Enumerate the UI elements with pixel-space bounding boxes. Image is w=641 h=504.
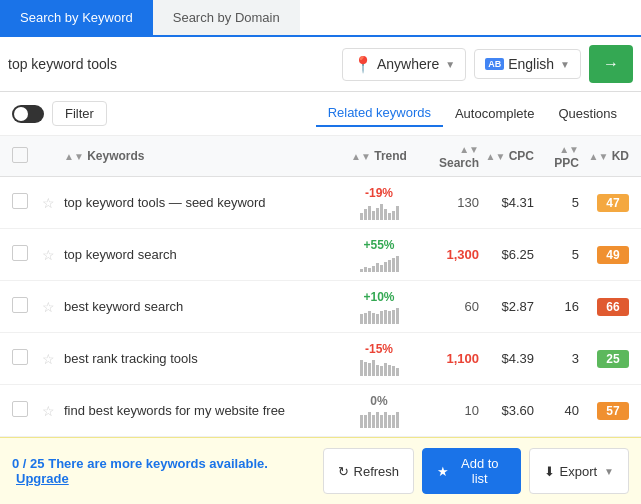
- trend-bars: [339, 254, 419, 272]
- sort-trend-icon[interactable]: ▲▼: [351, 151, 371, 162]
- trend-value: -19%: [339, 186, 419, 200]
- language-label: English: [508, 56, 554, 72]
- ppc-value: 5: [572, 247, 579, 262]
- ppc-value: 3: [572, 351, 579, 366]
- row-star-icon[interactable]: ☆: [42, 403, 55, 419]
- table-row: ☆ find best keywords for my website free…: [0, 385, 641, 437]
- keyword-text: best rank tracking tools: [64, 351, 339, 366]
- row-checkbox[interactable]: [12, 349, 28, 365]
- export-icon: ⬇: [544, 464, 555, 479]
- trend-value: +55%: [339, 238, 419, 252]
- ab-icon: AB: [485, 58, 504, 70]
- row-checkbox[interactable]: [12, 297, 28, 313]
- sort-cpc-icon[interactable]: ▲▼: [486, 151, 506, 162]
- location-chevron-icon: ▼: [445, 59, 455, 70]
- upgrade-link[interactable]: Upgrade: [16, 471, 69, 486]
- col-keywords-label: ▲▼ Keywords: [64, 149, 145, 163]
- tab-keyword[interactable]: Search by Keyword: [0, 0, 153, 35]
- cpc-value: $2.87: [501, 299, 534, 314]
- row-star-icon[interactable]: ☆: [42, 351, 55, 367]
- keyword-text: best keyword search: [64, 299, 339, 314]
- filter-button[interactable]: Filter: [52, 101, 107, 126]
- search-value: 130: [457, 195, 479, 210]
- trend-value: +10%: [339, 290, 419, 304]
- refresh-icon: ↻: [338, 464, 349, 479]
- trend-bars: [339, 410, 419, 428]
- search-value: 60: [465, 299, 479, 314]
- filter-bar: Filter Related keywords Autocomplete Que…: [0, 92, 641, 136]
- count-total: 25: [30, 456, 44, 471]
- tab-domain[interactable]: Search by Domain: [153, 0, 300, 35]
- ppc-value: 16: [565, 299, 579, 314]
- trend-value: 0%: [339, 394, 419, 408]
- footer-info: 0 / 25 There are more keywords available…: [12, 456, 323, 486]
- ppc-value: 5: [572, 195, 579, 210]
- sort-ppc-icon[interactable]: ▲▼: [559, 144, 579, 155]
- language-selector[interactable]: AB English ▼: [474, 49, 581, 79]
- search-go-button[interactable]: →: [589, 45, 633, 83]
- star-add-icon: ★: [437, 464, 449, 479]
- language-chevron-icon: ▼: [560, 59, 570, 70]
- location-icon: 📍: [353, 55, 373, 74]
- row-star-icon[interactable]: ☆: [42, 247, 55, 263]
- table-row: ☆ top keyword search +55% 1,300 $6.25 5 …: [0, 229, 641, 281]
- keyword-tabs: Related keywords Autocomplete Questions: [316, 100, 629, 127]
- footer-info-text: There are more keywords available.: [48, 456, 268, 471]
- keyword-text: top keyword search: [64, 247, 339, 262]
- trend-bars: [339, 306, 419, 324]
- filter-toggle[interactable]: [12, 105, 44, 123]
- trend-value: -15%: [339, 342, 419, 356]
- table-body: ☆ top keyword tools — seed keyword -19% …: [0, 177, 641, 437]
- add-to-list-button[interactable]: ★ Add to list: [422, 448, 520, 494]
- header-checkbox[interactable]: [12, 147, 28, 163]
- table-row: ☆ best keyword search +10% 60 $2.87 16 6…: [0, 281, 641, 333]
- footer: 0 / 25 There are more keywords available…: [0, 437, 641, 504]
- tab-questions[interactable]: Questions: [546, 101, 629, 126]
- kd-badge: 57: [597, 402, 629, 420]
- kd-badge: 66: [597, 298, 629, 316]
- sort-search-icon[interactable]: ▲▼: [459, 144, 479, 155]
- location-selector[interactable]: 📍 Anywhere ▼: [342, 48, 466, 81]
- row-checkbox[interactable]: [12, 245, 28, 261]
- trend-bars: [339, 202, 419, 220]
- search-value: 10: [465, 403, 479, 418]
- app-container: Search by Keyword Search by Domain 📍 Any…: [0, 0, 641, 504]
- row-star-icon[interactable]: ☆: [42, 195, 55, 211]
- search-value: 1,300: [446, 247, 479, 262]
- tab-autocomplete[interactable]: Autocomplete: [443, 101, 547, 126]
- kd-badge: 47: [597, 194, 629, 212]
- export-button[interactable]: ⬇ Export ▼: [529, 448, 629, 494]
- ppc-value: 40: [565, 403, 579, 418]
- keyword-text: top keyword tools — seed keyword: [64, 195, 339, 210]
- cpc-value: $6.25: [501, 247, 534, 262]
- keyword-text: find best keywords for my website free: [64, 403, 339, 418]
- location-label: Anywhere: [377, 56, 439, 72]
- tab-bar: Search by Keyword Search by Domain: [0, 0, 641, 37]
- sort-kd-icon[interactable]: ▲▼: [589, 151, 609, 162]
- count-current: 0: [12, 456, 19, 471]
- row-star-icon[interactable]: ☆: [42, 299, 55, 315]
- cpc-value: $4.39: [501, 351, 534, 366]
- footer-actions: ↻ Refresh ★ Add to list ⬇ Export ▼: [323, 448, 629, 494]
- count-separator: /: [23, 456, 30, 471]
- refresh-button[interactable]: ↻ Refresh: [323, 448, 415, 494]
- cpc-value: $4.31: [501, 195, 534, 210]
- cpc-value: $3.60: [501, 403, 534, 418]
- kd-badge: 49: [597, 246, 629, 264]
- kd-badge: 25: [597, 350, 629, 368]
- table-row: ☆ best rank tracking tools -15% 1,100 $4…: [0, 333, 641, 385]
- export-chevron-icon: ▼: [604, 466, 614, 477]
- table-header: ▲▼ Keywords ▲▼ Trend ▲▼ Search ▲▼ CPC ▲▼…: [0, 136, 641, 177]
- search-bar: 📍 Anywhere ▼ AB English ▼ →: [0, 37, 641, 92]
- sort-keywords-icon[interactable]: ▲▼: [64, 151, 84, 162]
- search-value: 1,100: [446, 351, 479, 366]
- table-row: ☆ top keyword tools — seed keyword -19% …: [0, 177, 641, 229]
- row-checkbox[interactable]: [12, 193, 28, 209]
- tab-related-keywords[interactable]: Related keywords: [316, 100, 443, 127]
- trend-bars: [339, 358, 419, 376]
- row-checkbox[interactable]: [12, 401, 28, 417]
- keyword-input[interactable]: [8, 56, 334, 72]
